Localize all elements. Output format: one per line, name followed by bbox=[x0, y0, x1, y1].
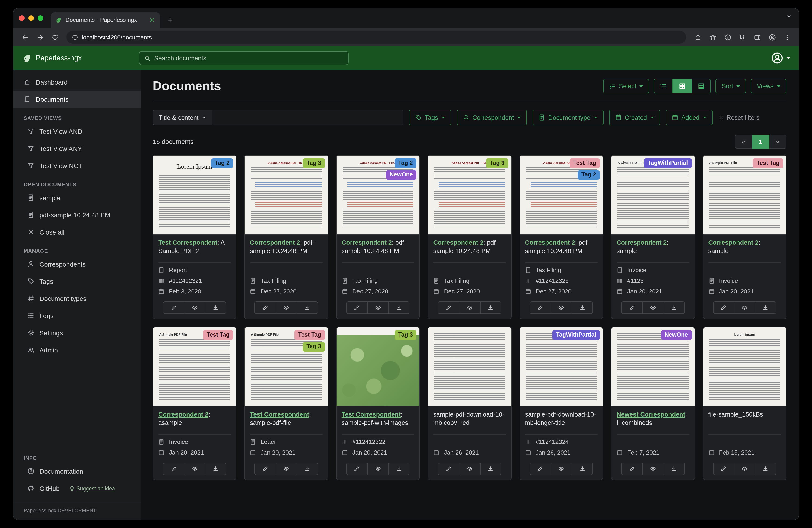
filter-document-type-button[interactable]: Document type bbox=[533, 110, 604, 125]
user-menu[interactable] bbox=[771, 52, 790, 64]
back-button[interactable] bbox=[18, 30, 32, 44]
preview-button[interactable] bbox=[276, 462, 297, 475]
site-info-icon[interactable] bbox=[72, 34, 78, 40]
correspondent-link[interactable]: Test Correspondent bbox=[342, 411, 401, 418]
document-thumbnail[interactable]: A Simple PDF FileTest Tag bbox=[703, 156, 786, 234]
tag-badge[interactable]: TagWithPartial bbox=[644, 158, 692, 168]
download-button[interactable] bbox=[480, 462, 501, 475]
tag-badge[interactable]: Tag 2 bbox=[578, 170, 600, 180]
download-button[interactable] bbox=[389, 462, 409, 475]
document-thumbnail[interactable]: Adobe Acrobat PDF FilesTest TagTag 2 bbox=[520, 156, 603, 234]
filter-query-input[interactable] bbox=[212, 110, 404, 125]
correspondent-link[interactable]: Test Correspondent bbox=[158, 239, 218, 246]
tag-badge[interactable]: Test Tag bbox=[753, 158, 783, 168]
app-brand[interactable]: Paperless-ngx bbox=[22, 53, 139, 63]
download-button[interactable] bbox=[205, 301, 226, 314]
preview-button[interactable] bbox=[459, 301, 480, 314]
correspondent-link[interactable]: Newest Correspondent bbox=[617, 411, 685, 418]
close-window-button[interactable] bbox=[19, 15, 25, 21]
edit-button[interactable] bbox=[530, 462, 551, 475]
download-button[interactable] bbox=[389, 301, 409, 314]
download-button[interactable] bbox=[297, 301, 318, 314]
share-button[interactable] bbox=[691, 30, 705, 44]
tag-badge[interactable]: Tag 3 bbox=[486, 158, 508, 168]
previous-page-button[interactable]: « bbox=[735, 135, 752, 148]
edit-button[interactable] bbox=[621, 462, 642, 475]
bookmark-star-button[interactable] bbox=[706, 30, 720, 44]
sidebar-item-github[interactable]: GitHubSuggest an idea bbox=[13, 480, 141, 497]
view-list-button[interactable] bbox=[654, 79, 673, 93]
title-content-dropdown[interactable]: Title & content bbox=[153, 110, 212, 125]
correspondent-link[interactable]: Correspondent 2 bbox=[525, 239, 575, 246]
correspondent-link[interactable]: Correspondent 2 bbox=[617, 239, 667, 246]
tab-search-icon[interactable] bbox=[786, 13, 792, 19]
download-button[interactable] bbox=[664, 462, 684, 475]
edit-button[interactable] bbox=[530, 301, 551, 314]
sidebar-item-pdf-sample-10-24-48-pm[interactable]: pdf-sample 10.24.48 PM bbox=[13, 206, 141, 223]
document-thumbnail[interactable]: A Simple PDF FileTest Tag bbox=[153, 327, 236, 406]
sort-button[interactable]: Sort bbox=[716, 79, 746, 93]
edit-button[interactable] bbox=[713, 462, 734, 475]
select-button[interactable]: Select bbox=[603, 79, 649, 93]
reset-filters-button[interactable]: Reset filters bbox=[718, 114, 759, 121]
download-button[interactable] bbox=[572, 462, 593, 475]
preview-button[interactable] bbox=[734, 301, 755, 314]
preview-button[interactable] bbox=[643, 301, 664, 314]
filter-correspondent-button[interactable]: Correspondent bbox=[456, 110, 527, 125]
views-button[interactable]: Views bbox=[751, 79, 786, 93]
address-bar[interactable]: localhost:4200/documents bbox=[67, 31, 686, 44]
document-thumbnail[interactable]: Lorem ipsum bbox=[703, 327, 786, 406]
document-thumbnail[interactable]: Tag 3 bbox=[337, 327, 419, 406]
document-thumbnail[interactable]: Adobe Acrobat PDF FilesTag 3 bbox=[245, 156, 328, 234]
preview-button[interactable] bbox=[459, 462, 480, 475]
preview-button[interactable] bbox=[368, 301, 389, 314]
browser-tab[interactable]: Documents - Paperless-ngx bbox=[50, 12, 160, 28]
tag-badge[interactable]: NewOne bbox=[661, 330, 692, 340]
download-button[interactable] bbox=[205, 462, 226, 475]
correspondent-link[interactable]: Test Correspondent bbox=[250, 411, 309, 418]
edit-button[interactable] bbox=[255, 301, 276, 314]
preview-button[interactable] bbox=[184, 301, 205, 314]
sidebar-item-dashboard[interactable]: Dashboard bbox=[13, 73, 141, 90]
minimize-window-button[interactable] bbox=[28, 15, 34, 21]
suggest-idea-link[interactable]: Suggest an idea bbox=[69, 486, 115, 491]
page-1-button[interactable]: 1 bbox=[752, 135, 769, 148]
document-thumbnail[interactable] bbox=[428, 327, 511, 406]
download-button[interactable] bbox=[297, 462, 318, 475]
preview-button[interactable] bbox=[368, 462, 389, 475]
tag-badge[interactable]: Tag 3 bbox=[303, 158, 325, 168]
edit-button[interactable] bbox=[163, 462, 184, 475]
edit-button[interactable] bbox=[438, 301, 459, 314]
filter-tags-button[interactable]: Tags bbox=[409, 110, 451, 125]
download-button[interactable] bbox=[572, 301, 593, 314]
download-button[interactable] bbox=[755, 462, 776, 475]
sidebar-item-test-view-any[interactable]: Test View ANY bbox=[13, 140, 141, 157]
correspondent-link[interactable]: Correspondent 2 bbox=[433, 239, 483, 246]
sidebar-item-document-types[interactable]: Document types bbox=[13, 290, 141, 307]
preview-button[interactable] bbox=[276, 301, 297, 314]
document-thumbnail[interactable]: Adobe Acrobat PDF FilesTag 3 bbox=[428, 156, 511, 234]
sidebar-item-sample[interactable]: sample bbox=[13, 189, 141, 206]
correspondent-link[interactable]: Correspondent 2 bbox=[708, 239, 758, 246]
profile-button[interactable] bbox=[765, 30, 779, 44]
next-page-button[interactable]: » bbox=[769, 135, 786, 148]
close-tab-icon[interactable] bbox=[149, 17, 156, 23]
edit-button[interactable] bbox=[713, 301, 734, 314]
sidebar-item-close-all[interactable]: Close all bbox=[13, 223, 141, 241]
reload-button[interactable] bbox=[48, 30, 62, 44]
sidebar-item-tags[interactable]: Tags bbox=[13, 273, 141, 290]
new-tab-button[interactable] bbox=[164, 14, 176, 26]
forward-button[interactable] bbox=[33, 30, 47, 44]
tag-badge[interactable]: Test Tag bbox=[294, 330, 325, 340]
correspondent-link[interactable]: Correspondent 2 bbox=[158, 411, 208, 418]
document-thumbnail[interactable]: A Simple PDF FileTagWithPartial bbox=[611, 156, 694, 234]
global-search-input[interactable] bbox=[154, 55, 343, 61]
preview-button[interactable] bbox=[643, 462, 664, 475]
preview-button[interactable] bbox=[184, 462, 205, 475]
sidebar-item-correspondents[interactable]: Correspondents bbox=[13, 255, 141, 273]
download-button[interactable] bbox=[664, 301, 684, 314]
tag-badge[interactable]: Test Tag bbox=[569, 158, 600, 168]
tag-badge[interactable]: Tag 3 bbox=[394, 330, 417, 340]
sidebar-item-admin[interactable]: Admin bbox=[13, 341, 141, 358]
preview-button[interactable] bbox=[551, 462, 572, 475]
